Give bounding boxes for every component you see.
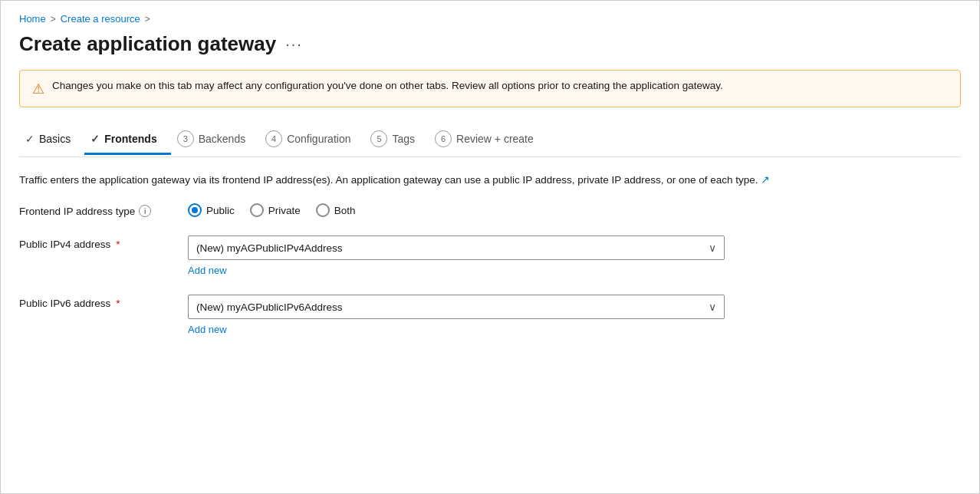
public-ipv4-value: (New) myAGPublicIPv4Address [196, 242, 343, 254]
public-ipv6-row: Public IPv6 address * (New) myAGPublicIP… [19, 295, 961, 335]
tab-backends[interactable]: 3 Backends [171, 123, 259, 157]
radio-private-circle [250, 203, 264, 217]
tab-review[interactable]: 6 Review + create [429, 123, 548, 157]
tab-configuration-label: Configuration [287, 133, 350, 145]
public-ipv4-required-star: * [116, 239, 120, 250]
review-number-circle: 6 [435, 130, 452, 147]
public-ipv6-chevron-icon: ∨ [709, 301, 716, 313]
public-ipv4-dropdown[interactable]: (New) myAGPublicIPv4Address ∨ [188, 235, 725, 260]
public-ipv6-label-text: Public IPv6 address [19, 298, 110, 309]
radio-private-label: Private [268, 205, 301, 216]
radio-both[interactable]: Both [316, 203, 356, 217]
tab-basics[interactable]: ✓ Basics [19, 125, 84, 155]
warning-triangle-icon: ⚠ [32, 81, 44, 97]
public-ipv6-required-star: * [116, 298, 120, 309]
tab-tags-label: Tags [392, 133, 415, 145]
page-container: Home > Create a resource > Create applic… [0, 0, 980, 494]
public-ipv4-control: (New) myAGPublicIPv4Address ∨ Add new [188, 235, 961, 276]
description-external-link[interactable]: ↗ [761, 174, 770, 186]
frontend-ip-radio-group: Public Private Both [188, 202, 961, 217]
frontend-ip-label: Frontend IP address type i [19, 202, 188, 217]
radio-public-label: Public [206, 205, 235, 216]
tab-tags[interactable]: 5 Tags [364, 123, 429, 157]
radio-both-label: Both [334, 205, 356, 216]
tab-frontends-label: Frontends [104, 133, 156, 145]
public-ipv6-label: Public IPv6 address * [19, 295, 188, 309]
public-ipv4-label-text: Public IPv4 address [19, 239, 110, 250]
frontend-ip-info-icon[interactable]: i [139, 205, 151, 217]
public-ipv4-row: Public IPv4 address * (New) myAGPublicIP… [19, 235, 961, 276]
tab-frontends[interactable]: ✓ Frontends [84, 125, 170, 155]
warning-message: Changes you make on this tab may affect … [52, 80, 723, 91]
tags-number-circle: 5 [370, 130, 387, 147]
basics-check-icon: ✓ [25, 133, 35, 145]
tab-review-label: Review + create [456, 133, 534, 145]
tabs-nav: ✓ Basics ✓ Frontends 3 Backends 4 Config… [19, 123, 961, 157]
description-text-main: Traffic enters the application gateway v… [19, 174, 758, 186]
public-ipv4-chevron-icon: ∨ [709, 242, 716, 254]
public-ipv6-add-new[interactable]: Add new [188, 324, 961, 335]
warning-banner: ⚠ Changes you make on this tab may affec… [19, 70, 961, 107]
breadcrumb-sep1: > [51, 14, 56, 25]
breadcrumb-home[interactable]: Home [19, 13, 46, 25]
frontend-ip-label-text: Frontend IP address type [19, 206, 135, 217]
breadcrumb: Home > Create a resource > [19, 13, 961, 25]
public-ipv4-label: Public IPv4 address * [19, 235, 188, 250]
radio-private[interactable]: Private [250, 203, 301, 217]
breadcrumb-sep2: > [145, 14, 150, 25]
public-ipv6-value: (New) myAGPublicIPv6Address [196, 301, 343, 313]
backends-number-circle: 3 [177, 130, 194, 147]
page-title: Create application gateway [19, 32, 276, 56]
configuration-number-circle: 4 [265, 130, 282, 147]
frontends-check-icon: ✓ [90, 133, 100, 145]
public-ipv6-dropdown[interactable]: (New) myAGPublicIPv6Address ∨ [188, 295, 725, 319]
frontend-ip-control: Public Private Both [188, 202, 961, 217]
public-ipv4-add-new[interactable]: Add new [188, 265, 961, 276]
radio-both-circle [316, 203, 330, 217]
frontend-ip-row: Frontend IP address type i Public Privat… [19, 202, 961, 217]
tab-backends-label: Backends [199, 133, 245, 145]
page-title-row: Create application gateway ··· [19, 32, 961, 56]
frontends-description: Traffic enters the application gateway v… [19, 173, 961, 188]
tab-basics-label: Basics [39, 133, 71, 145]
tab-configuration[interactable]: 4 Configuration [259, 123, 364, 157]
radio-public-circle [188, 203, 202, 217]
more-options-icon[interactable]: ··· [285, 35, 303, 53]
breadcrumb-create-resource[interactable]: Create a resource [61, 13, 140, 25]
public-ipv6-control: (New) myAGPublicIPv6Address ∨ Add new [188, 295, 961, 335]
radio-public[interactable]: Public [188, 203, 235, 217]
